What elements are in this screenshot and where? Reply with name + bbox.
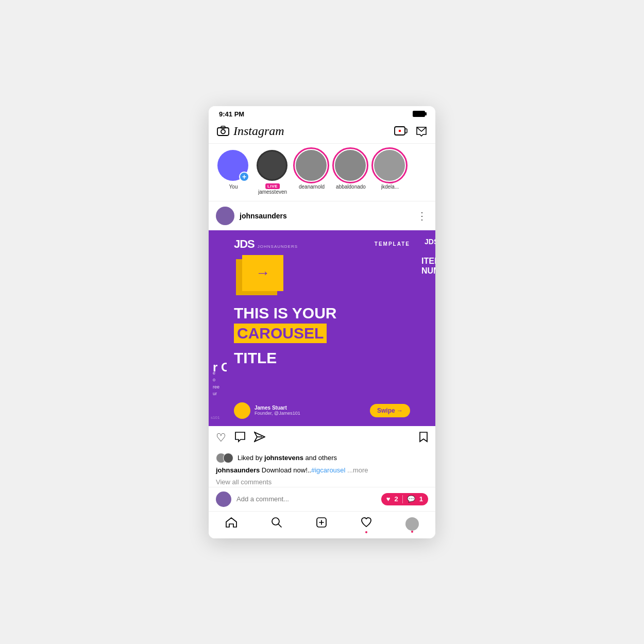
jds-logo: JDS JOHNSAUNDERS (234, 238, 298, 251)
notification-bubble: ♥ 2 💬 1 (381, 493, 428, 505)
caption-username: johnsaunders (216, 466, 262, 474)
story-jkdela[interactable]: jkdela... (374, 150, 406, 190)
nav-home[interactable] (225, 517, 238, 531)
likes-text: Liked by johnstevens and others (238, 454, 337, 462)
dm-icon[interactable] (416, 125, 427, 137)
post-likes: Liked by johnstevens and others (209, 451, 435, 465)
nav-profile[interactable] (405, 517, 419, 531)
slide-author: James Stuart Founder, @James101 (234, 402, 300, 419)
story-label-dean: deanarnold (299, 184, 325, 190)
notif-heart-icon: ♥ (386, 495, 391, 503)
post-user[interactable]: johnsaunders (216, 207, 287, 225)
post-header: johnsaunders ⋮ (209, 201, 435, 230)
story-label-you: You (229, 184, 238, 190)
ig-logo: Instagram (217, 124, 284, 138)
svg-rect-4 (405, 129, 407, 133)
template-label: TEMPLATE (375, 241, 410, 247)
nav-profile-dot (411, 531, 413, 533)
slide-arrow-icon: → (234, 255, 410, 296)
svg-point-1 (221, 130, 225, 134)
slide-main-title: THIS IS YOUR CAROUSEL TITLE (234, 300, 410, 366)
ig-header: Instagram (209, 120, 435, 144)
comment-btn[interactable] (234, 431, 246, 446)
jds-brand-sub: JOHNSAUNDERS (258, 244, 298, 249)
ig-header-icons (394, 125, 427, 137)
battery-icon (413, 111, 425, 117)
slide-top-bar: JDS JOHNSAUNDERS TEMPLATE (234, 238, 410, 251)
ig-logo-text: Instagram (233, 124, 284, 138)
comment-avatar (216, 492, 231, 507)
post-username: johnsaunders (240, 212, 287, 220)
view-comments-btn[interactable]: View all comments (209, 477, 435, 487)
story-label-abba: abbaldonado (336, 184, 366, 190)
slide-title-line2: TITLE (234, 349, 410, 366)
slide-footer: James Stuart Founder, @James101 Swipe → (234, 394, 410, 419)
add-story-btn[interactable]: + (239, 172, 249, 182)
slide-author-info: James Stuart Founder, @James101 (255, 405, 300, 416)
story-label-james: jamessteven (258, 189, 287, 195)
like-avatar-2 (223, 453, 233, 463)
nav-search[interactable] (271, 517, 282, 531)
notif-comments-count: 1 (419, 495, 423, 503)
status-bar: 9:41 PM (209, 106, 435, 120)
svg-rect-5 (399, 130, 401, 132)
slide-title-line1: THIS IS YOUR (234, 304, 410, 321)
nav-heart-dot (365, 531, 367, 533)
post-avatar (216, 207, 234, 225)
slide-highlight-text: CAROUSEL (237, 325, 324, 342)
carousel-main-slide: JDS JOHNSAUNDERS TEMPLATE → (227, 230, 417, 426)
story-jamessteven[interactable]: LIVE jamessteven (256, 150, 289, 195)
live-badge: LIVE (265, 183, 280, 189)
phone-frame: 9:41 PM Instagram (209, 106, 435, 538)
like-btn[interactable]: ♡ (216, 431, 226, 446)
arrow-symbol: → (256, 265, 270, 281)
slide-author-handle: Founder, @James101 (255, 411, 300, 416)
stories-row: + You LIVE jamessteven deanarnold abbald… (209, 144, 435, 201)
jds-brand-text: JDS (234, 238, 255, 251)
slide-author-name: James Stuart (255, 405, 300, 411)
svg-rect-2 (221, 126, 225, 128)
swipe-btn[interactable]: Swipe → (370, 404, 410, 417)
svg-rect-0 (217, 128, 229, 135)
notif-comment-icon: 💬 (407, 495, 415, 503)
bottom-nav (209, 511, 435, 538)
carousel[interactable]: r One eoreeur Swipe → s101 JDS JOHNSAUND… (209, 230, 435, 426)
story-deanarnold[interactable]: deanarnold (295, 150, 328, 190)
main-slide-content: JDS JOHNSAUNDERS TEMPLATE → (227, 230, 417, 426)
arrow-front: → (242, 255, 283, 291)
share-btn[interactable] (254, 431, 265, 446)
igtv-icon[interactable] (394, 125, 408, 137)
caption-more[interactable]: ...more (347, 466, 368, 474)
caption-hashtag[interactable]: #igcarousel (311, 466, 346, 474)
carousel-prev-slide: r One eoreeur Swipe → s101 (209, 230, 227, 426)
carousel-next-slide: JDS 02 Item Number Two (417, 230, 435, 426)
comment-row: ♥ 2 💬 1 (209, 487, 435, 511)
nav-add[interactable] (316, 517, 327, 531)
post-caption: johnsaunders Download now!..#igcarousel … (209, 465, 435, 477)
post-actions: ♡ (209, 426, 435, 451)
camera-icon[interactable] (217, 125, 229, 137)
status-time: 9:41 PM (219, 110, 244, 118)
action-left: ♡ (216, 431, 265, 446)
story-you[interactable]: + You (217, 150, 250, 190)
notif-likes-count: 2 (395, 495, 398, 503)
nav-heart[interactable] (361, 517, 372, 531)
caption-text: Download now!.. (262, 466, 311, 474)
bookmark-btn[interactable] (419, 431, 428, 446)
slide-author-avatar (234, 402, 250, 419)
like-avatars (216, 453, 230, 463)
story-abbaldonado[interactable]: abbaldonado (334, 150, 367, 190)
story-label-jk: jkdela... (381, 184, 399, 190)
post-more-btn[interactable]: ⋮ (417, 210, 428, 222)
